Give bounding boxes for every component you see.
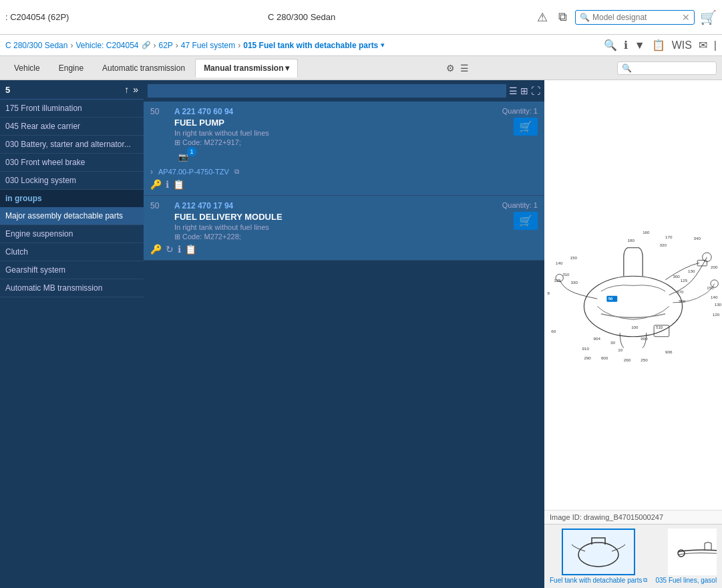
thumb-label-1[interactable]: Fuel tank with detachable parts ⧉ <box>550 577 647 584</box>
parts-list: ☰ ⊞ ⛶ 50 A 221 470 60 94 FUEL PUMP In ri… <box>144 80 544 588</box>
filter-icon[interactable]: ▼ <box>635 39 645 51</box>
part-rotate-icon-2[interactable]: ↻ <box>166 244 174 255</box>
sidebar-item-front-illumination[interactable]: 175 Front illumination <box>0 100 144 118</box>
top-bar: : C204054 (62P) C 280/300 Sedan ⚠ ⧉ 🔍 ✕ … <box>0 0 722 35</box>
clear-search-btn[interactable]: ✕ <box>682 12 690 23</box>
list-view-btn[interactable]: ☰ <box>509 86 518 96</box>
part-name-1: FUEL PUMP <box>174 118 497 128</box>
part-num-1: 50 <box>150 107 169 116</box>
part-name-2: FUEL DELIVERY MODULE <box>174 212 497 222</box>
tab-manual-transmission[interactable]: Manual transmission ▾ <box>195 59 297 78</box>
nav-icon-2[interactable]: ☰ <box>460 63 469 74</box>
breadcrumb-dropdown-btn[interactable]: ▾ <box>381 41 385 49</box>
tab-vehicle[interactable]: Vehicle <box>5 59 49 78</box>
highlighted-50: 50 <box>608 296 613 301</box>
zoom-icon[interactable]: 🔍 <box>604 39 617 51</box>
thumb-item-1[interactable]: Fuel tank with detachable parts ⧉ <box>550 529 647 584</box>
sidebar-item-wheel-brake[interactable]: 030 Front wheel brake <box>0 154 144 172</box>
part-image-btn-1[interactable]: 📷 1 <box>174 151 192 163</box>
part-num-2: 50 <box>150 201 169 210</box>
vehicle-id: : C204054 (62P) <box>5 12 69 22</box>
part-item-2[interactable]: 50 A 212 470 17 94 FUEL DELIVERY MODULE … <box>144 196 544 261</box>
sidebar-item-clutch[interactable]: Clutch <box>0 243 144 261</box>
add-to-cart-btn-1[interactable]: 🛒 <box>514 118 538 136</box>
qty-label-2: Quantity: 1 <box>502 201 538 209</box>
sidebar-item-battery[interactable]: 030 Battery, starter and alternator... <box>0 136 144 154</box>
sidebar-expand-btn[interactable]: » <box>133 84 138 95</box>
label-906: 906 <box>665 349 673 354</box>
part-link-1[interactable]: AP47.00-P-4750-TZV <box>158 168 229 176</box>
sidebar-header-icons: ↑ » <box>124 84 138 95</box>
more-icon[interactable]: | <box>714 39 717 51</box>
label-330: 330 <box>571 280 578 285</box>
part-badge-1: 1 <box>187 147 196 156</box>
label-310: 310 <box>562 272 570 277</box>
part-copy-icon-2[interactable]: 📋 <box>185 244 196 255</box>
breadcrumb-item-vehicle[interactable]: Vehicle: C204054 <box>75 41 138 50</box>
content-area: ☰ ⊞ ⛶ 50 A 221 470 60 94 FUEL PUMP In ri… <box>144 80 722 588</box>
vehicle-info-btn[interactable]: 🔗 <box>142 41 151 49</box>
ext-link-icon-1: ⧉ <box>234 168 239 176</box>
sidebar: 5 ↑ » 175 Front illumination 045 Rear ax… <box>0 80 144 588</box>
top-bar-icons: ⚠ ⧉ 🔍 ✕ 🛒 <box>534 9 717 26</box>
label-8: 8 <box>548 291 550 296</box>
breadcrumb-item-fuel[interactable]: 47 Fuel system <box>181 41 235 50</box>
part-copy-icon-1[interactable]: 📋 <box>173 179 184 190</box>
part-key-icon-2[interactable]: 🔑 <box>150 244 162 255</box>
sidebar-item-engine-suspension[interactable]: Engine suspension <box>0 225 144 243</box>
tab-engine[interactable]: Engine <box>50 59 92 78</box>
sidebar-item-gearshift[interactable]: Gearshift system <box>0 261 144 279</box>
part-code-2: ⊞ Code: M272+228; <box>174 233 497 241</box>
sidebar-item-automatic-mb[interactable]: Automatic MB transmission <box>0 279 144 297</box>
thumbnail-bar: Fuel tank with detachable parts ⧉ <box>544 524 722 588</box>
thumb-label-2[interactable]: 035 Fuel lines, gasoline vehicle ⧉ <box>655 577 717 584</box>
breadcrumb-bar: C 280/300 Sedan › Vehicle: C204054 🔗 › 6… <box>0 35 722 56</box>
sidebar-item-major-assembly[interactable]: Major assembly detachable parts <box>0 207 144 225</box>
nav-tabs: Vehicle Engine Automatic transmission Ma… <box>0 56 722 80</box>
expand-btn[interactable]: ⛶ <box>531 86 540 96</box>
label-125: 125 <box>681 278 688 283</box>
label-160: 160 <box>643 230 650 235</box>
breadcrumb-item-62p[interactable]: 62P <box>159 41 173 50</box>
part-info-icon-2[interactable]: ℹ <box>178 244 181 255</box>
part-icons-1: 🔑 ℹ 📋 <box>150 179 538 190</box>
tab-automatic-transmission[interactable]: Automatic transmission <box>94 59 194 78</box>
manual-transmission-label: Manual transmission <box>204 63 283 73</box>
label-320: 320 <box>660 243 667 247</box>
sidebar-item-locking[interactable]: 030 Locking system <box>0 172 144 190</box>
table-icon-2: ⊞ <box>174 233 180 241</box>
cart-icon[interactable]: 🛒 <box>700 9 717 25</box>
wis-icon[interactable]: WIS <box>672 39 692 51</box>
label-290: 290 <box>584 355 591 360</box>
sidebar-item-rear-axle[interactable]: 045 Rear axle carrier <box>0 118 144 136</box>
breadcrumb-item-model[interactable]: C 280/300 Sedan <box>5 41 67 50</box>
part-item-1[interactable]: 50 A 221 470 60 94 FUEL PUMP In right ta… <box>144 102 544 196</box>
label-600: 600 <box>601 355 608 360</box>
info-icon[interactable]: ℹ <box>624 39 628 51</box>
label-370: 370 <box>677 289 684 294</box>
label-10: 10 <box>618 347 622 352</box>
part-info-icon-1[interactable]: ℹ <box>166 179 169 190</box>
label-300: 300 <box>673 274 680 279</box>
part-key-icon-1[interactable]: 🔑 <box>150 179 162 190</box>
settings-icon[interactable]: ⚙ <box>446 63 455 74</box>
warning-icon[interactable]: ⚠ <box>534 9 550 26</box>
part-qty-2: Quantity: 1 🛒 <box>502 201 538 230</box>
breadcrumb-current[interactable]: 015 Fuel tank with detachable parts <box>243 41 378 50</box>
parts-search-input[interactable] <box>148 84 506 98</box>
nav-search-input[interactable] <box>632 63 712 73</box>
thumb-item-2[interactable]: 035 Fuel lines, gasoline vehicle ⧉ <box>655 529 717 584</box>
copy-icon[interactable]: ⧉ <box>556 9 570 25</box>
ext-link-icon-thumb-1: ⧉ <box>643 577 647 584</box>
sidebar-count: 5 <box>5 85 10 95</box>
mail-icon[interactable]: ✉ <box>699 39 707 51</box>
add-to-cart-btn-2[interactable]: 🛒 <box>514 212 538 230</box>
label-100: 100 <box>631 325 639 329</box>
thumb-svg-2 <box>671 531 717 573</box>
sidebar-collapse-btn[interactable]: ↑ <box>124 84 129 95</box>
parts-list-header-icons: ☰ ⊞ ⛶ <box>509 86 540 96</box>
doc-icon[interactable]: 📋 <box>652 39 665 51</box>
search-input[interactable] <box>592 13 679 22</box>
grid-view-btn[interactable]: ⊞ <box>520 86 528 96</box>
label-170: 170 <box>665 235 673 239</box>
